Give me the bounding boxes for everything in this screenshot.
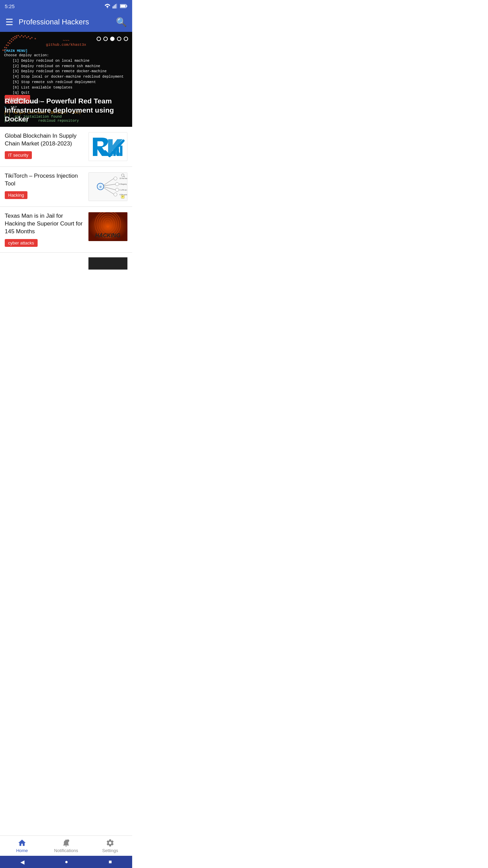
- notifications-icon: [62, 839, 70, 847]
- svg-point-25: [9, 43, 11, 44]
- hero-banner[interactable]: ~~~github.com/khast3x [MAIN MENU] Choose…: [0, 32, 132, 127]
- nav-home-label: Home: [16, 848, 28, 853]
- dot-pattern-decoration: [1, 33, 42, 52]
- article-image-1: [88, 132, 127, 161]
- bottom-nav: Home Notifications Settings: [0, 835, 132, 856]
- terminal-deploy-prompt: Choose deploy action:: [4, 53, 128, 58]
- svg-point-46: [116, 188, 119, 192]
- hero-dot-5[interactable]: [124, 37, 128, 41]
- article-content-3: Texas Man is in Jail for Hacking the Sup…: [5, 212, 84, 247]
- partial-thumb-4: [88, 257, 127, 270]
- svg-point-11: [9, 40, 11, 41]
- recent-button[interactable]: ■: [109, 859, 112, 865]
- article-image-3: HACKING: [88, 212, 127, 241]
- article-tag-3[interactable]: cyber attacks: [5, 239, 38, 247]
- svg-point-47: [114, 193, 117, 196]
- article-item-4-partial: [0, 253, 132, 270]
- app-bar: ☰ Professional Hackers 🔍: [0, 12, 132, 32]
- svg-point-17: [21, 35, 22, 36]
- svg-point-30: [19, 36, 21, 38]
- svg-point-14: [14, 36, 16, 37]
- svg-text:HACKING: HACKING: [95, 233, 121, 238]
- hero-dots: [97, 37, 128, 41]
- svg-rect-6: [120, 5, 125, 7]
- rt-logo-svg: [91, 135, 125, 159]
- nav-home[interactable]: Home: [0, 836, 44, 856]
- svg-point-23: [6, 47, 7, 48]
- svg-point-20: [31, 37, 33, 38]
- svg-point-8: [4, 47, 5, 48]
- svg-rect-35: [117, 148, 119, 156]
- svg-rect-1: [114, 5, 115, 8]
- article-title-3: Texas Man is in Jail for Hacking the Sup…: [5, 212, 84, 236]
- menu-icon[interactable]: ☰: [5, 17, 13, 27]
- article-list: Global Blockchain In Supply Chain Market…: [0, 127, 132, 270]
- svg-rect-34: [113, 150, 116, 156]
- svg-point-10: [7, 42, 9, 43]
- hero-dot-4[interactable]: [117, 37, 121, 41]
- svg-text:P: P: [122, 196, 123, 198]
- svg-point-28: [14, 38, 16, 39]
- article-tag-2[interactable]: Hacking: [5, 191, 27, 199]
- svg-point-24: [7, 45, 9, 46]
- article-image-2: ⚙ 10 File reads 8 Registry key accesses …: [88, 172, 127, 201]
- svg-point-13: [13, 37, 14, 38]
- article-item-3[interactable]: Texas Man is in Jail for Hacking the Sup…: [0, 207, 132, 253]
- svg-point-44: [114, 177, 117, 180]
- search-icon[interactable]: 🔍: [116, 17, 127, 27]
- hero-dot-2[interactable]: [103, 37, 108, 41]
- status-icons: [104, 4, 127, 8]
- nav-settings[interactable]: Settings: [88, 836, 132, 856]
- svg-point-9: [6, 44, 7, 46]
- svg-point-22: [4, 50, 5, 51]
- back-button[interactable]: ◀: [20, 859, 24, 865]
- svg-point-31: [23, 36, 24, 38]
- svg-text:8 Registry key accesses: 8 Registry key accesses: [119, 183, 127, 185]
- svg-text:1 LAN access: 1 LAN access: [119, 189, 127, 191]
- home-button[interactable]: ●: [65, 859, 68, 865]
- svg-point-21: [35, 38, 36, 39]
- article-item-2[interactable]: TikiTorch – Process Injection Tool Hacki…: [0, 167, 132, 207]
- hero-dot-1[interactable]: [97, 37, 101, 41]
- nav-notifications[interactable]: Notifications: [44, 836, 88, 856]
- article-title-1: Global Blockchain In Supply Chain Market…: [5, 132, 84, 148]
- svg-point-32: [26, 37, 27, 38]
- article-item[interactable]: Global Blockchain In Supply Chain Market…: [0, 127, 132, 167]
- signal-icon: [113, 4, 118, 8]
- svg-point-64: [67, 840, 69, 842]
- svg-text:⚙: ⚙: [99, 185, 102, 189]
- svg-point-29: [16, 37, 17, 38]
- svg-point-45: [116, 182, 119, 186]
- svg-point-33: [29, 38, 31, 39]
- nav-notifications-label: Notifications: [54, 848, 78, 853]
- article-tag-1[interactable]: IT security: [5, 151, 32, 159]
- home-icon: [18, 839, 26, 847]
- svg-rect-5: [126, 5, 127, 7]
- status-time: 5:25: [5, 3, 15, 9]
- wifi-icon: [104, 4, 110, 8]
- svg-rect-0: [113, 6, 113, 8]
- android-nav-bar: ◀ ● ■: [0, 856, 132, 868]
- svg-point-16: [18, 35, 19, 36]
- settings-icon: [106, 839, 115, 847]
- tikitorch-svg: ⚙ 10 File reads 8 Registry key accesses …: [89, 172, 127, 201]
- nav-settings-label: Settings: [102, 848, 118, 853]
- article-title-2: TikiTorch – Process Injection Tool: [5, 172, 84, 188]
- svg-rect-36: [120, 145, 122, 156]
- hero-title: RedCloud – Powerful Red Team Infrastruct…: [5, 97, 127, 123]
- article-content-2: TikiTorch – Process Injection Tool Hacki…: [5, 172, 84, 199]
- svg-point-12: [11, 38, 12, 40]
- hero-dot-3[interactable]: [110, 37, 115, 41]
- svg-point-15: [16, 35, 17, 37]
- hacking-img-svg: HACKING: [88, 212, 127, 241]
- app-title: Professional Hackers: [19, 18, 110, 26]
- svg-point-26: [11, 41, 12, 42]
- svg-point-7: [2, 50, 4, 51]
- svg-rect-2: [115, 4, 116, 8]
- battery-icon: [120, 4, 127, 8]
- svg-text:10 File reads: 10 File reads: [119, 178, 127, 179]
- article-content-1: Global Blockchain In Supply Chain Market…: [5, 132, 84, 159]
- status-bar: 5:25: [0, 0, 132, 12]
- svg-point-18: [24, 35, 26, 37]
- svg-point-27: [13, 39, 14, 41]
